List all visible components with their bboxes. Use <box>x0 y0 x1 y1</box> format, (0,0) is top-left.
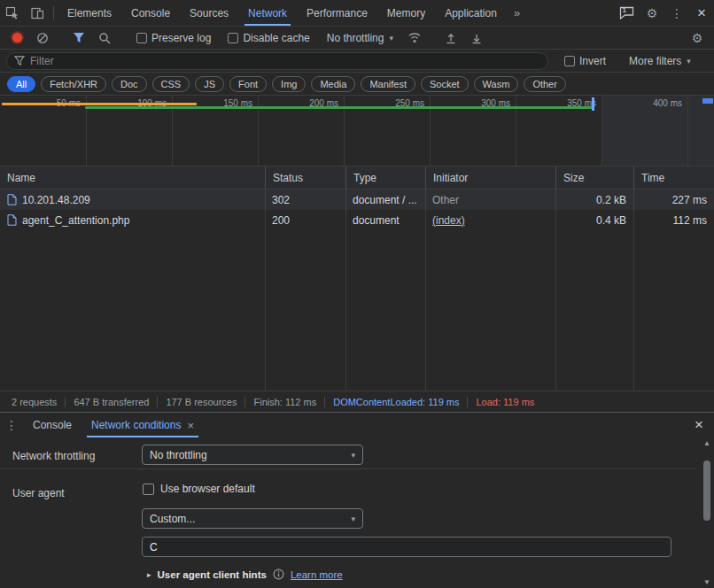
client-hints-row: ▸ User agent client hints Learn more <box>147 569 343 580</box>
drawer-tab-network-conditions[interactable]: Network conditions × <box>81 413 204 437</box>
table-row[interactable]: 10.201.48.209 302 document / ... Other 0… <box>0 190 714 210</box>
scrollbar-thumb[interactable] <box>703 460 710 521</box>
close-tab-icon[interactable]: × <box>187 419 194 432</box>
chip-media[interactable]: Media <box>311 76 355 92</box>
clear-network-log-icon[interactable] <box>31 32 54 44</box>
initiator-link[interactable]: (index) <box>432 214 465 227</box>
disable-cache-label: Disable cache <box>243 32 309 44</box>
preserve-log-checkbox[interactable]: Preserve log <box>129 32 218 44</box>
throttling-value: No throttling <box>327 32 384 44</box>
learn-more-link[interactable]: Learn more <box>291 569 343 580</box>
chip-other[interactable]: Other <box>524 76 566 92</box>
timeline-gridline <box>687 96 688 166</box>
column-header-size[interactable]: Size <box>555 166 633 189</box>
close-drawer-icon[interactable]: × <box>684 416 714 434</box>
custom-user-agent-input[interactable] <box>142 537 671 557</box>
devtools-window: Elements Console Sources Network Perform… <box>0 0 714 588</box>
scroll-down-icon[interactable]: ▼ <box>703 578 710 586</box>
tab-application[interactable]: Application <box>435 0 507 26</box>
tab-label: Console <box>131 7 170 19</box>
document-icon <box>7 194 17 205</box>
section-divider <box>0 468 696 469</box>
speech-bubble-icon: 1 <box>618 6 634 20</box>
summary-bar: 2 requests 647 B transferred 177 B resou… <box>0 391 714 412</box>
invert-label: Invert <box>579 55 606 67</box>
disable-cache-checkbox[interactable]: Disable cache <box>221 32 316 44</box>
cell-initiator: Other <box>425 194 555 206</box>
chip-js[interactable]: JS <box>195 76 224 92</box>
user-agent-label: User agent <box>12 487 65 499</box>
client-hints-label[interactable]: User agent client hints <box>158 569 267 580</box>
chip-manifest[interactable]: Manifest <box>361 76 415 92</box>
chip-socket[interactable]: Socket <box>421 76 469 92</box>
tab-label: Performance <box>307 7 368 19</box>
settings-gear-icon[interactable]: ⚙ <box>640 6 664 20</box>
summary-domcontentloaded: DOMContentLoaded: 119 ms <box>324 397 467 407</box>
throttling-dropdown[interactable]: No throttling ▾ <box>320 32 400 44</box>
column-header-type[interactable]: Type <box>345 166 425 189</box>
tab-network[interactable]: Network <box>238 0 297 26</box>
disclosure-triangle-icon[interactable]: ▸ <box>147 570 151 579</box>
tab-memory[interactable]: Memory <box>377 0 435 26</box>
user-agent-selected-value: Custom... <box>150 513 195 525</box>
tab-elements[interactable]: Elements <box>58 0 121 26</box>
close-devtools-icon[interactable]: × <box>689 5 714 20</box>
more-tabs-icon[interactable]: » <box>507 0 527 26</box>
chip-doc[interactable]: Doc <box>112 76 147 92</box>
filter-icon[interactable] <box>67 32 90 43</box>
network-toolbar: Preserve log Disable cache No throttling… <box>0 27 714 50</box>
column-header-initiator[interactable]: Initiator <box>425 166 555 189</box>
summary-finish: Finish: 112 ms <box>244 397 324 407</box>
main-tabbar: Elements Console Sources Network Perform… <box>0 0 714 27</box>
column-header-time[interactable]: Time <box>633 166 714 189</box>
filter-input[interactable] <box>30 55 540 67</box>
filter-row: Invert More filters ▾ <box>0 50 714 73</box>
chip-css[interactable]: CSS <box>152 76 190 92</box>
tab-performance[interactable]: Performance <box>297 0 377 26</box>
import-har-icon[interactable] <box>439 32 462 44</box>
network-overview-timeline[interactable]: 50 ms 100 ms 150 ms 200 ms 250 ms 300 ms… <box>0 96 714 166</box>
tab-sources[interactable]: Sources <box>180 0 238 26</box>
chip-wasm[interactable]: Wasm <box>474 76 519 92</box>
column-header-name[interactable]: Name <box>0 166 265 189</box>
console-messages-icon[interactable]: 1 <box>613 6 640 20</box>
scroll-up-icon[interactable]: ▲ <box>703 439 710 447</box>
record-network-log-button[interactable] <box>5 33 28 43</box>
chip-font[interactable]: Font <box>229 76 267 92</box>
more-filters-dropdown[interactable]: More filters ▾ <box>622 55 698 67</box>
more-options-icon[interactable]: ⋮ <box>664 6 689 20</box>
tab-console[interactable]: Console <box>121 0 180 26</box>
chip-all[interactable]: All <box>7 76 35 92</box>
throttling-selected-value: No throttling <box>150 449 207 461</box>
user-agent-select[interactable]: Custom... ▾ <box>142 508 363 529</box>
timeline-gridline <box>601 96 602 166</box>
drawer-menu-icon[interactable]: ⋮ <box>0 418 23 432</box>
info-icon[interactable] <box>273 569 284 580</box>
network-throttling-select[interactable]: No throttling ▾ <box>142 445 363 465</box>
chip-fetch-xhr[interactable]: Fetch/XHR <box>41 76 106 92</box>
search-icon[interactable] <box>93 32 116 44</box>
device-toolbar-icon[interactable] <box>25 0 50 26</box>
invert-checkbox[interactable]: Invert <box>557 55 613 67</box>
requests-table: Name Status Type Initiator Size Time 10.… <box>0 166 714 391</box>
cell-name: agent_C_attention.php <box>0 214 265 227</box>
chip-img[interactable]: Img <box>272 76 306 92</box>
column-header-status[interactable]: Status <box>265 166 345 189</box>
cell-size: 0.2 kB <box>555 194 633 206</box>
checkbox-unchecked <box>143 484 154 495</box>
record-icon <box>12 33 22 43</box>
message-count-badge: 1 <box>623 6 626 14</box>
cell-time: 112 ms <box>633 214 714 227</box>
drawer-scrollbar[interactable]: ▲ ▼ <box>701 437 714 588</box>
use-browser-default-label: Use browser default <box>160 483 255 495</box>
chevron-down-icon: ▾ <box>351 451 355 460</box>
summary-load: Load: 119 ms <box>467 397 542 407</box>
network-settings-gear-icon[interactable]: ⚙ <box>686 31 709 45</box>
drawer-tab-console[interactable]: Console <box>23 413 81 437</box>
inspect-element-icon[interactable] <box>0 0 25 26</box>
table-header: Name Status Type Initiator Size Time <box>0 166 714 190</box>
network-conditions-icon[interactable] <box>403 32 426 44</box>
use-browser-default-checkbox[interactable]: Use browser default <box>143 483 255 495</box>
export-har-icon[interactable] <box>465 32 488 44</box>
table-row[interactable]: agent_C_attention.php 200 document (inde… <box>0 210 714 230</box>
